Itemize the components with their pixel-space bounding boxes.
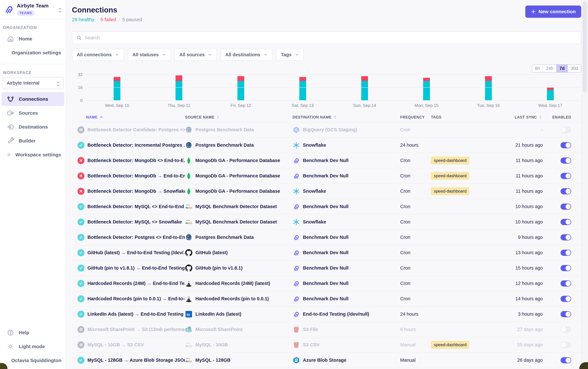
sidebar-item-home[interactable]: Home xyxy=(2,32,64,46)
connection-name: Bottleneck Detector: MongoDb → Snowflake xyxy=(88,189,185,194)
last-sync-cell: 15 hours ago xyxy=(502,265,543,271)
enabled-toggle[interactable] xyxy=(560,265,571,271)
enabled-toggle[interactable] xyxy=(560,127,571,133)
source-cell: Hardcoded Records (pin to 0.0.1) xyxy=(185,295,293,303)
new-connection-button[interactable]: New connection xyxy=(525,6,581,18)
enabled-toggle[interactable] xyxy=(560,280,571,287)
table-row[interactable]: ✓Bottleneck Detector: MySQL <> Snowflake… xyxy=(72,215,581,230)
filter-all-destinations[interactable]: All destinations xyxy=(220,49,272,61)
status-healthy-icon: ✓ xyxy=(77,218,85,226)
connection-name-cell: ✓Hardcoded Records (24M) → End-to-End Te… xyxy=(72,280,185,287)
enabled-toggle[interactable] xyxy=(560,188,571,194)
column-header-source[interactable]: SOURCE NAME xyxy=(185,115,293,120)
connection-name: Hardcoded Records (24M) → End-to-End Te.… xyxy=(88,281,185,286)
range-30d[interactable]: 30d xyxy=(568,65,581,72)
column-header-name[interactable]: NAME xyxy=(72,115,185,120)
sidebar-item-connections[interactable]: Connections xyxy=(2,92,64,106)
enabled-toggle[interactable] xyxy=(560,250,571,256)
sync-history-chart: 6h24h7d30d 32160 Wed, Sep 10Thu, Sep 11F… xyxy=(72,64,581,108)
postgres-icon xyxy=(185,126,192,133)
sidebar-item-label: Builder xyxy=(19,138,35,144)
enabled-toggle[interactable] xyxy=(560,157,571,164)
enabled-toggle[interactable] xyxy=(560,357,571,363)
range-6h[interactable]: 6h xyxy=(532,65,543,72)
table-row[interactable]: ✓Bottleneck Detector: Postgres <> End-to… xyxy=(72,230,581,245)
source-name: MySQL Benchmark Detector Dataset xyxy=(195,219,277,225)
enabled-toggle[interactable] xyxy=(560,219,571,225)
toggle-knob xyxy=(566,312,571,317)
scrollbar-thumb[interactable] xyxy=(583,2,587,92)
status-failed-icon: ✕ xyxy=(77,172,85,179)
table-row[interactable]: Microsoft SharePoint → S3 (13mb performa… xyxy=(72,322,581,337)
sidebar-item-builder[interactable]: Builder xyxy=(2,134,64,148)
org-switcher[interactable]: Airbyte Team TEAMS xyxy=(0,0,66,19)
enabled-toggle[interactable] xyxy=(560,342,571,348)
sidebar-item-help[interactable]: Help xyxy=(2,326,64,339)
mongodb-icon xyxy=(185,188,192,195)
destination-name: Benchmark Dev Null xyxy=(303,250,349,255)
svg-text:SQL: SQL xyxy=(188,222,192,224)
table-row[interactable]: MySQL - 10GB → S3 CSVMySQLMySQL - 10GBS3… xyxy=(72,337,581,353)
enabled-toggle[interactable] xyxy=(560,296,571,302)
column-header-destination[interactable]: DESTINATION NAME xyxy=(293,115,400,120)
airbyte-icon xyxy=(293,203,300,210)
mongodb-icon xyxy=(185,157,192,164)
table-row[interactable]: ✓LinkedIn Ads (latest) → End-to-End Test… xyxy=(72,307,581,322)
sidebar-item-workspace-settings[interactable]: Workspace settings xyxy=(2,148,64,162)
tag-badge: speed-dashboard xyxy=(431,341,469,349)
sidebar-item-organization-settings[interactable]: Organization settings xyxy=(2,46,64,60)
page-title: Connections xyxy=(72,6,142,14)
scrollbar-track[interactable] xyxy=(581,0,588,369)
column-header-last-sync[interactable]: LAST SYNC xyxy=(502,115,543,120)
filter-all-connections[interactable]: All connections xyxy=(72,49,124,61)
sidebar-item-octavia-squiddington[interactable]: Octavia Squiddington xyxy=(2,353,64,367)
filter-all-sources[interactable]: All sources xyxy=(175,49,217,61)
column-header-frequency: FREQUENCY xyxy=(400,115,431,120)
table-row[interactable]: ✓GitHub (pin to v1.8.1) → End-to-End Tes… xyxy=(72,260,581,276)
table-row[interactable]: ✕Bottleneck Detector: MongoDb → Snowflak… xyxy=(72,184,581,199)
source-cell: MySQLMySQL - 128GB xyxy=(185,357,293,364)
source-cell: MySQLMySQL - 10GB xyxy=(185,341,293,349)
enabled-toggle[interactable] xyxy=(560,327,571,333)
org-badge: TEAMS xyxy=(17,10,35,16)
sidebar-item-sources[interactable]: Sources xyxy=(2,106,64,120)
last-sync-cell: 9 hours ago xyxy=(502,235,543,240)
range-7d[interactable]: 7d xyxy=(556,65,568,72)
source-name: GitHub (pin to v1.8.1) xyxy=(195,265,243,271)
range-24h[interactable]: 24h xyxy=(543,65,556,72)
frequency-cell: Cron xyxy=(400,250,431,255)
y-tick-label: 32 xyxy=(72,72,83,77)
enabled-toggle[interactable] xyxy=(560,234,571,240)
destination-cell: Snowflake xyxy=(293,142,400,149)
destination-cell: Snowflake xyxy=(293,188,400,195)
table-row[interactable]: ✓Bottleneck Detector: Incremental Postgr… xyxy=(72,138,581,153)
enabled-toggle[interactable] xyxy=(560,311,571,317)
sidebar-item-light-mode[interactable]: Light mode xyxy=(2,339,64,353)
table-row[interactable]: ✓Hardcoded Records (pin to 0.0.1) → End-… xyxy=(72,291,581,307)
table-row[interactable]: ✕Bottleneck Detector: MongoDb <> End-to-… xyxy=(72,153,581,168)
table-row[interactable]: ✓GitHub (latest) → End-to-End Testing (/… xyxy=(72,245,581,260)
stacked-bar xyxy=(176,75,182,100)
x-tick-label: Wed, Sep 17 xyxy=(519,103,581,108)
airbyte-icon xyxy=(293,264,300,272)
table-row[interactable]: ✓Bottleneck Detector: MySQL <> End-to-En… xyxy=(72,199,581,215)
table-row[interactable]: ✕Bottleneck Detector: MongoDb → End-to-E… xyxy=(72,168,581,184)
table-row[interactable]: ✓Hardcoded Records (24M) → End-to-End Te… xyxy=(72,276,581,291)
sidebar-item-destinations[interactable]: Destinations xyxy=(2,120,64,134)
enabled-toggle[interactable] xyxy=(560,142,571,148)
enabled-toggle[interactable] xyxy=(560,204,571,210)
filter-all-statuses[interactable]: All statuses xyxy=(128,49,171,61)
workspace-selector[interactable]: Airbyte Internal xyxy=(2,77,64,89)
table-row[interactable]: Bottleneck Detector Candidate: Postgres … xyxy=(72,122,581,138)
status-failed-icon: ✕ xyxy=(77,188,85,195)
separator-dot: · xyxy=(97,17,98,22)
search-input[interactable] xyxy=(85,35,577,41)
last-sync-cell: 10 hours ago xyxy=(502,204,543,209)
sort-icon xyxy=(216,115,220,119)
sidebar-item-label: Help xyxy=(19,330,29,335)
github-icon xyxy=(185,249,192,256)
table-row[interactable]: ✓MySQL - 128GB → Azure Blob Storage JSOn… xyxy=(72,353,581,368)
filter-tags[interactable]: Tags xyxy=(276,49,304,61)
enabled-toggle[interactable] xyxy=(560,173,571,179)
last-sync-cell: 26 days ago xyxy=(502,358,543,363)
